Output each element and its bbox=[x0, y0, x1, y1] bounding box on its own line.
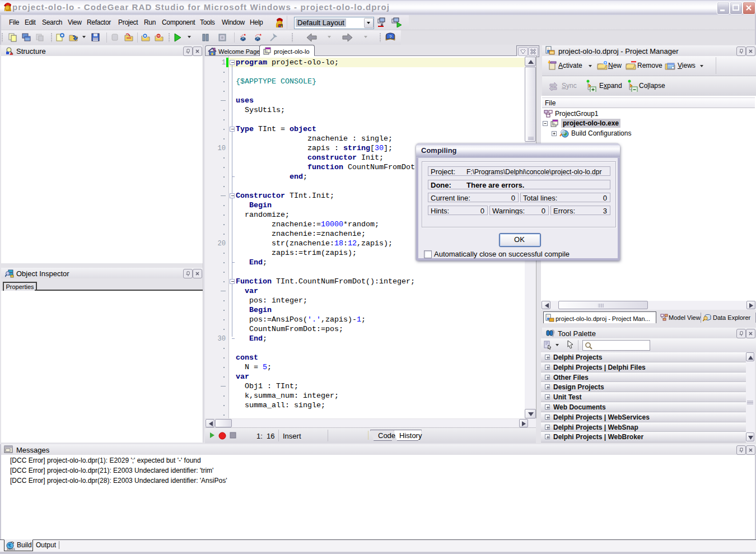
svg-text:10101: 10101 bbox=[7, 548, 15, 550]
svg-text:?: ? bbox=[389, 34, 392, 39]
